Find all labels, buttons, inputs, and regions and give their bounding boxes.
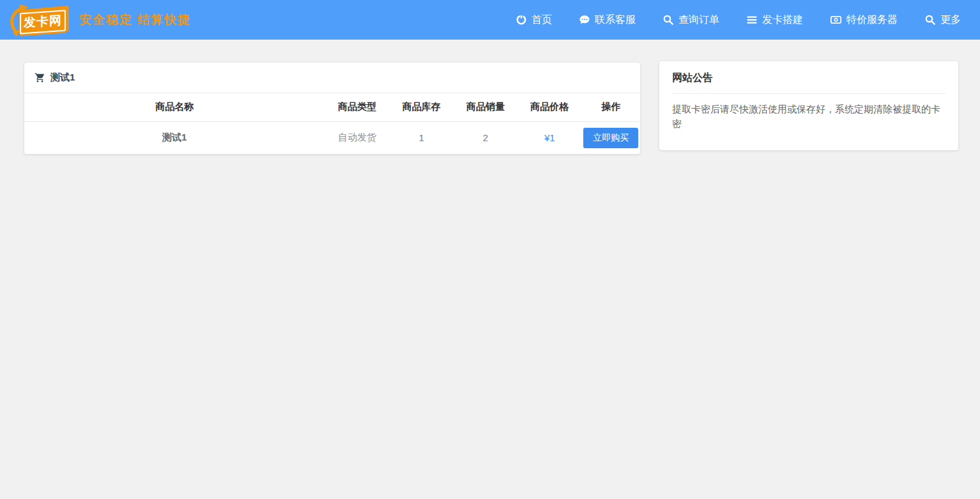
table-header-row: 商品名称 商品类型 商品库存 商品销量 商品价格 操作 (24, 93, 640, 121)
list-icon (746, 14, 758, 26)
top-navbar: 发卡网 安全稳定 结算快捷 首页 联系 (0, 0, 980, 40)
money-icon (830, 14, 842, 26)
comment-icon (579, 14, 590, 26)
main-content: 测试1 商品名称 商品类型 商品库存 商品销量 商品价格 操作 测试1 (0, 40, 980, 154)
col-header-name: 商品名称 (24, 93, 325, 121)
product-sales: 2 (454, 121, 517, 154)
shopping-cart-icon (34, 72, 45, 83)
nav-item-contact-support[interactable]: 联系客服 (579, 13, 636, 27)
notice-title: 网站公告 (672, 72, 946, 94)
table-row: 测试1 自动发货 1 2 ¥1 立即购买 (24, 121, 640, 154)
product-price: ¥1 (517, 121, 581, 154)
brand-tagline: 安全稳定 结算快捷 (79, 12, 191, 28)
search-icon (662, 14, 674, 26)
product-name: 测试1 (24, 121, 325, 154)
main-nav: 首页 联系客服 查询订单 (489, 13, 961, 27)
product-card-header: 测试1 (24, 63, 640, 93)
nav-item-more[interactable]: 更多 (924, 13, 961, 27)
product-type: 自动发货 (325, 121, 389, 154)
circle-notch-icon (516, 14, 527, 26)
nav-item-discount-server[interactable]: 特价服务器 (830, 13, 898, 27)
site-logo[interactable]: 发卡网 安全稳定 结算快捷 (6, 3, 191, 36)
nav-item-order-query[interactable]: 查询订单 (662, 13, 719, 27)
nav-label: 特价服务器 (846, 13, 898, 27)
nav-label: 联系客服 (595, 13, 636, 27)
nav-item-home[interactable]: 首页 (516, 13, 552, 27)
nav-item-card-site-build[interactable]: 发卡搭建 (746, 13, 803, 27)
brand-name: 发卡网 (20, 10, 66, 34)
site-notice-card: 网站公告 提取卡密后请尽快激活使用或保存好，系统定期清除被提取的卡密 (659, 61, 958, 150)
product-table: 商品名称 商品类型 商品库存 商品销量 商品价格 操作 测试1 自动发货 1 2… (24, 93, 640, 154)
col-header-stock: 商品库存 (390, 93, 454, 121)
nav-label: 查询订单 (678, 13, 719, 27)
search-icon (924, 14, 936, 26)
col-header-price: 商品价格 (517, 93, 581, 121)
nav-label: 首页 (532, 13, 552, 27)
nav-label: 发卡搭建 (762, 13, 803, 27)
logo-card: 发卡网 (19, 7, 66, 36)
product-stock: 1 (390, 121, 454, 154)
col-header-action: 操作 (581, 93, 640, 121)
col-header-type: 商品类型 (325, 93, 389, 121)
notice-text: 提取卡密后请尽快激活使用或保存好，系统定期清除被提取的卡密 (672, 102, 946, 131)
logo-badge: 发卡网 (6, 3, 73, 36)
product-card-title: 测试1 (50, 72, 75, 84)
nav-label: 更多 (940, 13, 961, 27)
product-card: 测试1 商品名称 商品类型 商品库存 商品销量 商品价格 操作 测试1 (24, 63, 640, 154)
col-header-sales: 商品销量 (454, 93, 517, 121)
buy-now-button[interactable]: 立即购买 (583, 128, 638, 148)
